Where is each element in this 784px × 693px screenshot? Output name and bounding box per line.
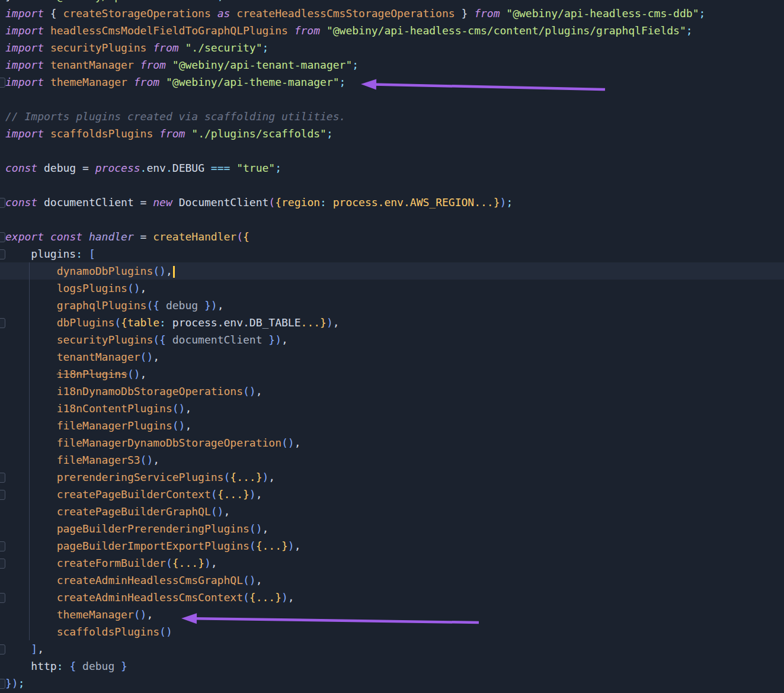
code-token: ( [249, 540, 256, 552]
fold-marker[interactable] [0, 318, 5, 328]
code-token: ( [114, 316, 121, 329]
code-line[interactable] [0, 177, 784, 194]
code-token: DocumentClient [179, 196, 269, 208]
code-token: from [159, 127, 185, 140]
code-token: [ [89, 248, 95, 260]
code-line[interactable]: i18nDynamoDbStorageOperations(), [0, 383, 784, 400]
code-token: import [5, 24, 44, 37]
code-line[interactable]: fileManagerPlugins(), [0, 417, 784, 434]
code-token: "./security" [185, 41, 262, 54]
code-token: , [268, 471, 275, 483]
fold-marker[interactable] [0, 78, 5, 88]
fold-marker[interactable] [0, 473, 5, 483]
code-line[interactable]: import scaffoldsPlugins from "./plugins/… [0, 125, 784, 142]
code-line[interactable]: import headlessCmsModelFieldToGraphQLPlu… [0, 22, 784, 39]
code-line[interactable]: i18nContentPlugins(), [0, 400, 784, 417]
code-line[interactable]: pageBuilderPrerenderingPlugins(), [0, 520, 784, 537]
fold-marker[interactable] [0, 559, 5, 569]
code-token: ; [217, 0, 224, 2]
code-line[interactable]: import themeManager from "@webiny/api-th… [0, 73, 784, 91]
code-token: } [5, 0, 18, 2]
fold-marker[interactable] [0, 679, 5, 689]
code-line[interactable]: const documentClient = new DocumentClien… [0, 194, 784, 211]
code-line[interactable] [0, 142, 784, 159]
code-line[interactable]: createAdminHeadlessCmsContext({...}), [0, 589, 784, 606]
fold-marker[interactable] [0, 249, 5, 259]
code-line[interactable]: // Imports plugins created via scaffoldi… [0, 108, 784, 125]
code-token: ( [211, 488, 217, 500]
code-line[interactable]: scaffoldsPlugins() [0, 623, 784, 640]
code-token [44, 0, 50, 2]
code-token: {...} [249, 591, 281, 604]
code-line[interactable]: createPageBuilderContext({...}), [0, 486, 784, 503]
code-token [230, 162, 236, 174]
code-token: plugins [5, 248, 76, 260]
code-token: , [256, 488, 263, 500]
code-line[interactable]: } from "@webiny/api-headless-cms"; [0, 0, 784, 5]
code-line[interactable]: createPageBuilderGraphQL(), [0, 503, 784, 520]
code-token: ( [268, 196, 275, 208]
code-line[interactable]: i18nPlugins(), [0, 365, 784, 383]
code-token: { [243, 230, 249, 243]
code-line[interactable]: tenantManager(), [0, 348, 784, 365]
code-line[interactable]: export const handler = createHandler({ [0, 228, 784, 245]
code-line[interactable]: securityPlugins({ documentClient }), [0, 331, 784, 348]
code-line[interactable]: dbPlugins({table: process.env.DB_TABLE..… [0, 314, 784, 331]
code-token: , [153, 454, 159, 466]
code-line[interactable]: prerenderingServicePlugins({...}), [0, 469, 784, 486]
code-token: ( [243, 591, 249, 604]
code-token: , [256, 385, 263, 397]
code-line[interactable]: logsPlugins(), [0, 280, 784, 297]
code-line[interactable]: ], [0, 640, 784, 657]
code-line[interactable]: import { createStorageOperations as crea… [0, 5, 784, 22]
fold-marker[interactable] [0, 490, 5, 500]
code-token: () [243, 385, 256, 397]
fold-marker[interactable] [0, 198, 5, 208]
code-token: headlessCmsModelFieldToGraphQLPlugins [50, 24, 288, 37]
code-line[interactable]: const debug = process.env.DEBUG === "tru… [0, 159, 784, 177]
code-token: ( [223, 471, 230, 483]
code-token: : [57, 660, 63, 672]
code-token: , [256, 574, 263, 586]
code-line[interactable]: http: { debug } [0, 657, 784, 675]
code-token [146, 41, 153, 54]
code-line[interactable]: createAdminHeadlessCmsGraphQL(), [0, 572, 784, 589]
fold-marker[interactable] [0, 541, 5, 551]
code-line[interactable]: import tenantManager from "@webiny/api-t… [0, 56, 784, 73]
code-token: ( [236, 230, 243, 243]
code-line[interactable]: graphqlPlugins({ debug }), [0, 297, 784, 314]
code-token: region [281, 196, 320, 208]
code-token: () [153, 265, 166, 277]
code-token: i18nPlugins [57, 368, 127, 380]
code-token [153, 127, 159, 140]
code-line[interactable]: plugins: [ [0, 245, 784, 262]
code-token [44, 41, 50, 54]
code-line[interactable]: createFormBuilder({...}), [0, 554, 784, 572]
code-line[interactable] [0, 91, 784, 108]
code-editor[interactable]: } from "@webiny/api-headless-cms";import… [0, 0, 784, 693]
code-token: logsPlugins [5, 282, 127, 294]
code-line[interactable]: }); [0, 675, 784, 692]
code-line[interactable]: fileManagerS3(), [0, 451, 784, 469]
code-token: {...} [230, 471, 262, 483]
code-token: table [127, 316, 159, 329]
code-token [134, 59, 140, 71]
code-line[interactable]: import securityPlugins from "./security"… [0, 39, 784, 56]
text-cursor [173, 266, 175, 278]
code-token: ; [506, 196, 513, 208]
code-token: , [146, 608, 153, 621]
code-line[interactable]: dynamoDbPlugins(), [0, 262, 784, 280]
code-line[interactable] [0, 211, 784, 228]
code-line[interactable]: themeManager(), [0, 606, 784, 623]
code-token: scaffoldsPlugins [5, 625, 159, 638]
code-line[interactable]: fileManagerDynamoDbStorageOperation(), [0, 434, 784, 451]
fold-marker[interactable] [0, 593, 5, 603]
code-token: import [5, 76, 44, 88]
code-token: } [5, 677, 12, 689]
code-line[interactable]: pageBuilderImportExportPlugins({...}), [0, 537, 784, 554]
code-token [44, 127, 50, 140]
fold-marker[interactable] [0, 232, 5, 242]
code-token: () [127, 368, 140, 380]
fold-marker[interactable] [0, 644, 5, 654]
code-token: as [217, 7, 231, 20]
